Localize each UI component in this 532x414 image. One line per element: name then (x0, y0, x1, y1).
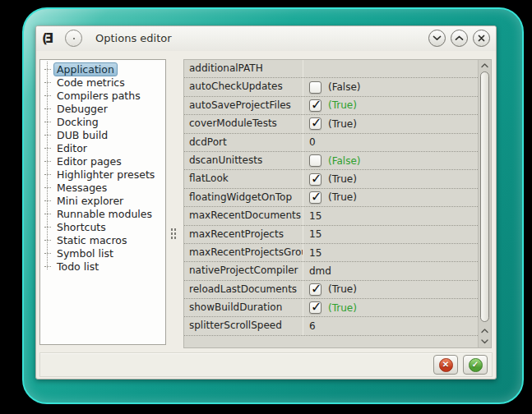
tree-branch-line (44, 214, 51, 214)
property-row[interactable]: floatingWidgetOnTop (True) (184, 189, 478, 207)
property-rows: additionalPATH autoCheckUpdates (False) … (184, 60, 478, 347)
accept-button[interactable]: ✓ (463, 355, 488, 375)
tree-branch-line (44, 187, 51, 188)
property-value: 0 (309, 136, 316, 148)
close-icon[interactable] (473, 30, 490, 47)
window-controls (428, 30, 490, 47)
tree-item-label: Shortcuts (53, 221, 109, 233)
property-row[interactable]: additionalPATH (184, 60, 478, 78)
property-row[interactable]: flatLook (True) (184, 170, 478, 188)
property-row[interactable]: showBuildDuration (True) (184, 299, 478, 317)
tree-item[interactable]: Compilers paths (40, 89, 165, 102)
categories-tree[interactable]: Application Code metrics Compilers paths… (39, 59, 166, 345)
property-value: (False) (328, 81, 361, 93)
property-row[interactable]: maxRecentProjectsGrou 15 (184, 244, 478, 262)
property-value: dmd (309, 265, 331, 277)
property-value: 15 (309, 228, 322, 240)
checkbox[interactable] (309, 283, 322, 296)
titlebar[interactable]: (Ǝ Options editor (36, 26, 496, 51)
property-value-cell (303, 60, 478, 77)
checkbox[interactable] (309, 173, 322, 186)
tree-item[interactable]: Todo list (40, 260, 165, 273)
property-value-cell: (True) (303, 299, 478, 316)
tree-branch-line (44, 240, 51, 241)
chevron-up-icon[interactable] (451, 30, 468, 47)
accept-check-icon: ✓ (469, 358, 483, 372)
footer-bar: ✕ ✓ (39, 352, 493, 377)
tree-item[interactable]: Mini explorer (40, 194, 165, 207)
splitter-grip[interactable] (170, 228, 177, 241)
tree-item-label: Runnable modules (53, 208, 155, 220)
checkbox[interactable] (309, 154, 322, 167)
tree-item[interactable]: Messages (40, 181, 165, 194)
property-value: 15 (309, 247, 322, 259)
checkbox[interactable] (309, 191, 322, 204)
cancel-button[interactable]: ✕ (433, 355, 458, 375)
tree-item[interactable]: Runnable modules (40, 207, 165, 220)
tree-item-label: Application (53, 62, 118, 76)
property-name: autoSaveProjectFiles (184, 97, 303, 114)
property-name: dcdPort (184, 134, 303, 151)
tree-item-label: Code metrics (53, 76, 128, 89)
property-value-cell: (False) (303, 152, 478, 169)
checkbox[interactable] (309, 99, 322, 112)
property-value-cell: (True) (303, 170, 478, 187)
tree-branch-line (44, 108, 51, 109)
property-row[interactable]: autoSaveProjectFiles (True) (184, 97, 478, 115)
scroll-up2-icon[interactable] (479, 326, 491, 336)
property-name: maxRecentProjects (184, 226, 303, 243)
property-value: (True) (328, 191, 357, 203)
tree-item[interactable]: Application (40, 62, 165, 76)
property-value-cell: 15 (303, 207, 478, 224)
tree-item-label: Mini explorer (53, 195, 127, 207)
tree-branch-line (44, 174, 51, 175)
property-row[interactable]: coverModuleTests (True) (184, 115, 478, 133)
property-value: (True) (328, 173, 357, 185)
app-logo-icon: (Ǝ (42, 30, 51, 47)
tree-item[interactable]: Shortcuts (40, 220, 165, 233)
vertical-scrollbar[interactable] (478, 60, 491, 347)
property-name: maxRecentDocuments (184, 207, 303, 224)
property-name: reloadLastDocuments (184, 281, 303, 298)
property-value: (True) (328, 302, 357, 314)
window-menu-button[interactable] (65, 30, 82, 47)
property-name: flatLook (184, 170, 303, 187)
tree-item[interactable]: Editor (40, 141, 165, 154)
property-value: (True) (328, 118, 357, 130)
tree-item[interactable]: Static macros (40, 233, 165, 246)
property-row[interactable]: nativeProjectCompiler dmd (184, 262, 478, 280)
tree-item-label: Debugger (53, 103, 111, 115)
tree-item[interactable]: Highlighter presets (40, 168, 165, 181)
property-row[interactable]: reloadLastDocuments (True) (184, 281, 478, 299)
checkbox[interactable] (309, 117, 322, 130)
property-row[interactable]: maxRecentDocuments 15 (184, 207, 478, 225)
property-row[interactable]: dcdPort 0 (184, 134, 478, 152)
tree-item[interactable]: Debugger (40, 102, 165, 115)
tree-item[interactable]: Editor pages (40, 154, 165, 168)
property-row[interactable]: splitterScrollSpeed 6 (184, 317, 478, 335)
scrollbar-thumb[interactable] (480, 71, 489, 322)
property-row[interactable]: dscanUnittests (False) (184, 152, 478, 170)
tree-item[interactable]: DUB build (40, 128, 165, 141)
scroll-up-icon[interactable] (479, 61, 491, 71)
tree-item[interactable]: Symbol list (40, 246, 165, 260)
tree-item-label: Todo list (53, 260, 102, 273)
tree-branch-line (44, 135, 51, 136)
property-value-cell: (True) (303, 97, 478, 114)
tree-item-label: Symbol list (53, 247, 117, 260)
checkbox[interactable] (309, 301, 322, 314)
property-name: coverModuleTests (184, 115, 303, 132)
tree-item[interactable]: Docking (40, 115, 165, 128)
property-value-cell: dmd (303, 262, 478, 279)
tree-item[interactable]: Code metrics (40, 76, 165, 89)
options-editor-dialog: (Ǝ Options editor Application Code metri… (35, 25, 497, 380)
chevron-down-icon[interactable] (428, 30, 446, 47)
checkbox[interactable] (309, 81, 322, 94)
tree-branch-line (44, 200, 51, 201)
property-row[interactable]: maxRecentProjects 15 (184, 226, 478, 244)
scroll-down-icon[interactable] (479, 337, 491, 347)
property-name: splitterScrollSpeed (184, 317, 303, 334)
property-row[interactable]: autoCheckUpdates (False) (184, 78, 478, 96)
tree-branch-line (44, 253, 51, 254)
tree-item-label: Compilers paths (53, 90, 144, 102)
